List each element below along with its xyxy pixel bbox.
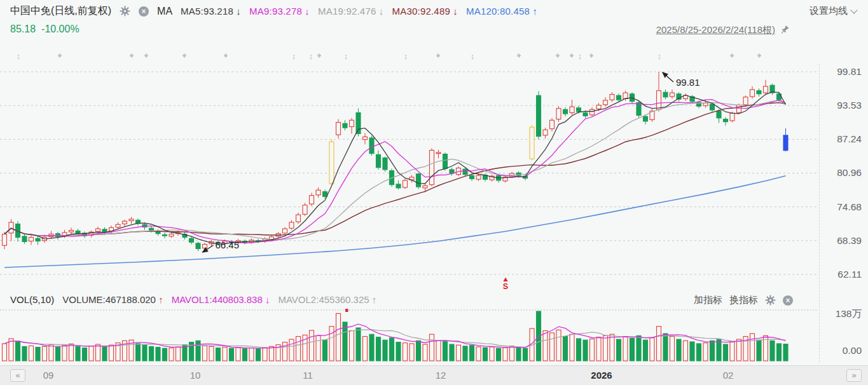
ma-indicator-value: MA120:80.458 ↑ (466, 6, 537, 17)
time-axis-label: 11 (303, 370, 313, 381)
time-axis-label: 12 (436, 370, 446, 381)
vol-event-dot (345, 309, 348, 312)
price-axis-label: 80.96 (816, 167, 862, 179)
dividend-marker: S (503, 278, 508, 292)
svg-text:99.81: 99.81 (676, 77, 700, 88)
time-axis-label: 2026 (591, 370, 612, 381)
switch-indicator-button[interactable]: 换指标 (729, 294, 758, 306)
price-axis-label: 74.68 (816, 201, 862, 213)
gear-icon[interactable] (120, 6, 130, 17)
time-axis-label: 09 (43, 370, 54, 381)
svg-text:↕: ↕ (344, 51, 348, 61)
ma-indicator-value: MA19:92.476 ↓ (318, 6, 384, 17)
indicator-controls: 加指标 换指标 × (694, 294, 793, 306)
time-axis-label: 10 (190, 370, 201, 381)
svg-text:↕: ↕ (292, 51, 296, 61)
ma-group-label: MA (157, 6, 172, 17)
pin-icon (780, 25, 789, 35)
vol-axis-min: 0.00 (816, 345, 862, 356)
ma-indicator-value: MA30:92.489 ↓ (392, 6, 458, 17)
main-chart[interactable]: 99.8166.45S (0, 64, 868, 291)
vol-indicator-value: MAVOL1:440803.838 ↓ (172, 294, 270, 305)
svg-text:↕: ↕ (658, 51, 662, 61)
price-axis-label: 87.24 (816, 133, 862, 145)
scroll-right-button[interactable]: » (846, 369, 862, 382)
price-axis-label: 93.53 (816, 100, 862, 111)
set-ma-button[interactable]: 设置均线 (809, 5, 857, 17)
vol-indicator-value: MAVOL2:455360.325 ↑ (278, 294, 376, 305)
vol-axis-max: 138万 (816, 307, 862, 321)
scroll-left-button[interactable]: « (10, 369, 25, 382)
set-ma-label: 设置均线 (809, 5, 848, 17)
time-axis-label: 02 (723, 370, 734, 381)
price-axis-label: 68.39 (816, 235, 862, 247)
svg-text:↕: ↕ (471, 51, 475, 61)
stock-title: 中国中免(日线,前复权) (10, 4, 111, 18)
price-axis-label: 99.81 (816, 66, 862, 78)
price-axis-label: 62.11 (816, 269, 862, 280)
volume-header: VOL(5,10) VOLUME:467188.020 ↑MAVOL1:4408… (10, 294, 376, 305)
svg-text:↕: ↕ (309, 51, 313, 61)
close-icon[interactable]: × (139, 6, 149, 17)
svg-text:↕: ↕ (17, 51, 21, 61)
stock-chart-app: 中国中免(日线,前复权) × MA MA5:93.218 ↓MA9:93.278… (0, 0, 868, 385)
chevron-down-icon (850, 6, 857, 13)
date-range-label: 2025/8/25-2026/2/24(118根) (656, 24, 775, 36)
volume-chart[interactable] (0, 309, 868, 362)
vol-indicator-label: VOL(5,10) (10, 294, 54, 305)
ma-values-bar: MA5:93.218 ↓MA9:93.278 ↓MA19:92.476 ↓MA3… (181, 6, 537, 17)
header-row: 中国中免(日线,前复权) × MA MA5:93.218 ↓MA9:93.278… (10, 4, 857, 18)
event-marker-row: ↕↕↕↕↕↕↕↕ (0, 48, 868, 64)
add-indicator-button[interactable]: 加指标 (694, 294, 722, 306)
last-price: 85.18 (10, 24, 36, 35)
ma-indicator-value: MA5:93.218 ↓ (181, 6, 241, 17)
vol-gear-icon[interactable] (765, 295, 776, 306)
date-range-link[interactable]: 2025/8/25-2026/2/24(118根) (656, 24, 789, 36)
svg-text:66.45: 66.45 (216, 240, 240, 250)
svg-text:↕: ↕ (404, 51, 408, 61)
vol-indicator-value: VOLUME:467188.020 ↑ (62, 294, 163, 305)
axis-separator (819, 64, 820, 362)
change-percent: -10.00% (41, 24, 79, 35)
vol-values-bar: VOLUME:467188.020 ↑MAVOL1:440803.838 ↓MA… (62, 294, 376, 305)
price-row: 85.18 -10.00% (10, 24, 79, 35)
vol-close-icon[interactable]: × (783, 295, 793, 306)
time-axis: « 09101112202602 » (0, 365, 868, 385)
svg-text:↕: ↕ (578, 51, 582, 61)
svg-text:S: S (503, 282, 508, 291)
ma-indicator-value: MA9:93.278 ↓ (249, 6, 310, 17)
